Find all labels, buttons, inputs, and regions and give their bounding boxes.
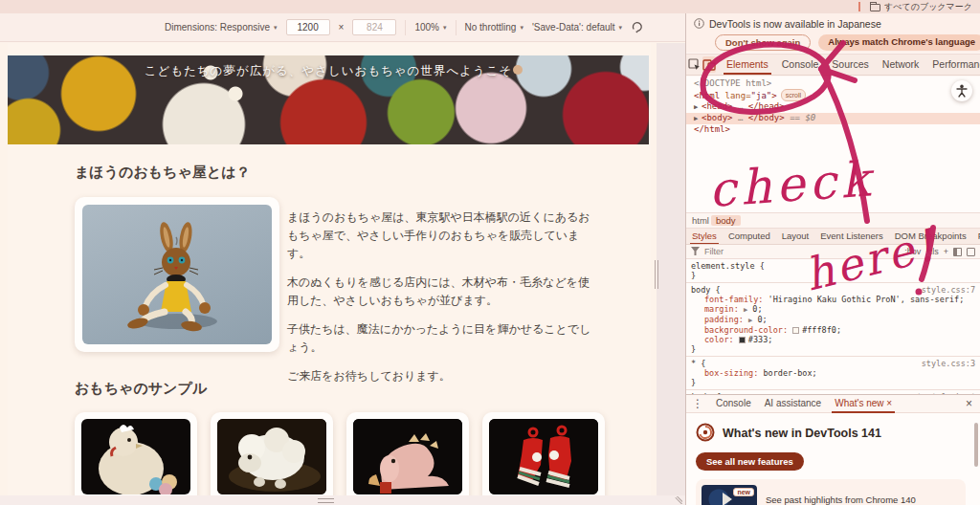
grid-editor-icon[interactable] (967, 248, 975, 256)
kebab-menu-icon[interactable]: ⋮ (686, 398, 709, 409)
dom-head-line[interactable]: ▶<head> … </head> (686, 101, 980, 113)
about-paragraph: まほうのおもちゃ屋は、東京駅や日本橋駅の近くにあるおもちゃ屋で、やさしい手作りの… (287, 209, 599, 263)
viewport-resize-handle-right[interactable] (653, 260, 659, 289)
scroll-badge[interactable]: scroll (781, 89, 806, 101)
tab-properties[interactable]: Properties (972, 229, 980, 244)
new-badge: new (733, 488, 754, 496)
all-bookmarks-label: すべてのブックマーク (884, 1, 972, 13)
toy-card-chicken (75, 412, 197, 495)
chevron-down-icon: ▾ (274, 24, 278, 32)
breadcrumb-html[interactable]: html (692, 215, 709, 226)
tab-styles[interactable]: Styles (686, 229, 723, 244)
style-rule-body[interactable]: style.css:7 body { font-family: 'Hiragin… (686, 283, 980, 357)
close-tab-icon[interactable]: × (886, 398, 892, 408)
viewport-outside-area (657, 43, 685, 495)
about-paragraph: 子供たちは、魔法にかかったように目を輝かせることでしょう。 (287, 320, 599, 357)
chevron-down-icon: ▾ (520, 24, 523, 32)
tab-sources[interactable]: Sources (825, 55, 876, 74)
chevron-down-icon: ▾ (443, 24, 447, 32)
devtools-drawer: ⋮ Console AI assistance What's new × × W… (686, 394, 980, 505)
about-paragraph: ご来店をお待ちしております。 (287, 367, 599, 385)
drawer-scrollbar[interactable] (974, 423, 978, 467)
drawer-tab-ai-assistance[interactable]: AI assistance (758, 395, 828, 412)
toggle-hover-state-button[interactable]: :hov (904, 247, 921, 256)
style-source-link[interactable]: style.css:7 (922, 285, 975, 295)
tab-event-listeners[interactable]: Event Listeners (814, 229, 888, 244)
expand-icon: ▶ (744, 306, 747, 314)
dom-html-close-line[interactable]: </html> (686, 124, 980, 135)
dom-html-open-line[interactable]: <html lang="ja">scroll (686, 89, 980, 101)
samples-heading: おもちゃのサンプル (75, 380, 207, 398)
toggle-class-button[interactable]: .cls (925, 247, 939, 256)
chevron-down-icon: ▾ (619, 24, 623, 32)
drawer-tab-whats-new[interactable]: What's new × (828, 395, 899, 412)
plush-dinosaur-photo (353, 419, 462, 494)
play-icon (723, 493, 732, 505)
filter-input[interactable]: Filter (704, 247, 724, 256)
toggle-device-toolbar-icon[interactable] (702, 56, 716, 73)
color-swatch[interactable] (792, 327, 799, 334)
plush-chicken-photo (81, 419, 190, 494)
save-data-dropdown[interactable]: 'Save-Data': default ▾ (532, 22, 622, 33)
dimensions-label: Dimensions: Responsive (165, 22, 270, 33)
bookmarks-bar: すべてのブックマーク (0, 0, 980, 13)
dom-body-line-selected[interactable]: ▶<body> … </body> == $0 (686, 113, 980, 124)
match-chrome-language-button[interactable]: Always match Chrome's language (818, 34, 980, 51)
device-toolbar: Dimensions: Responsive ▾ × 100% ▾ No thr… (0, 13, 685, 42)
zoom-value: 100% (414, 22, 439, 33)
about-image-card (75, 197, 279, 352)
viewport-resize-handle-corner[interactable] (674, 496, 682, 504)
dom-breadcrumb: html body (686, 212, 980, 228)
tab-layout[interactable]: Layout (776, 229, 815, 244)
about-paragraphs: まほうのおもちゃ屋は、東京駅や日本橋駅の近くにあるおもちゃ屋で、やさしい手作りの… (287, 209, 599, 396)
devtools-logo-icon (696, 423, 715, 444)
styles-filter-row: Filter :hov .cls + (686, 245, 980, 259)
toolbar-divider (456, 20, 457, 35)
viewport-height-input[interactable] (352, 19, 396, 35)
styles-pane: element.style { } style.css:7 body { fon… (686, 259, 980, 394)
viewport-resize-handle-bottom[interactable] (318, 498, 334, 503)
plush-sheep-photo (217, 419, 326, 494)
close-drawer-icon[interactable]: × (966, 398, 980, 409)
accessibility-person-icon[interactable] (951, 80, 972, 101)
filter-funnel-icon (691, 247, 700, 257)
breadcrumb-body[interactable]: body (711, 215, 741, 226)
throttling-dropdown[interactable]: No throttling ▾ (465, 22, 523, 33)
highlights-card-text: See past highlights from Chrome 140 (766, 494, 916, 505)
inspect-element-icon[interactable] (688, 56, 701, 73)
see-all-new-features-button[interactable]: See all new features (696, 452, 804, 471)
viewport-width-input[interactable] (286, 19, 330, 35)
dom-doctype-line[interactable]: <!DOCTYPE html> (686, 78, 980, 89)
toolbar-divider (405, 20, 406, 35)
dimensions-dropdown[interactable]: Dimensions: Responsive ▾ (165, 22, 278, 33)
tab-computed[interactable]: Computed (723, 229, 776, 244)
tab-console[interactable]: Console (775, 55, 826, 74)
dont-show-again-button[interactable]: Don't show again (715, 34, 811, 51)
past-highlights-card[interactable]: new See past highlights from Chrome 140 (696, 479, 966, 505)
style-rule-universal[interactable]: style.css:3 * { box-sizing: border-box; … (686, 357, 980, 390)
folder-icon (870, 4, 880, 11)
infobar-message: DevTools is now available in Japanese (709, 18, 881, 30)
toy-card-dinosaur (346, 412, 469, 495)
viewport-bottom-strip (0, 495, 685, 505)
about-paragraph: 木のぬくもりを感じる店内には、木材や布・毛糸などを使用した、やさしいおもちゃが並… (287, 274, 599, 310)
tab-network[interactable]: Network (876, 55, 926, 74)
hero-title: こどもたちの夢が広がる、やさしいおもちゃの世界へようこそ (8, 63, 649, 79)
new-style-rule-button[interactable]: + (944, 247, 948, 256)
style-rule-element[interactable]: element.style { } (686, 259, 980, 283)
computed-sidebar-icon[interactable] (953, 248, 962, 256)
tab-dom-breakpoints[interactable]: DOM Breakpoints (889, 229, 972, 244)
rotate-viewport-icon[interactable] (631, 20, 644, 35)
style-source-link[interactable]: style.css:3 (922, 359, 975, 368)
styles-sidebar-tabs: Styles Computed Layout Event Listeners D… (686, 228, 980, 245)
zoom-dropdown[interactable]: 100% ▾ (414, 22, 446, 33)
color-swatch[interactable] (739, 337, 746, 343)
hero-image: こどもたちの夢が広がる、やさしいおもちゃの世界へようこそ (8, 55, 649, 144)
sample-cards (75, 412, 605, 495)
drawer-tab-console[interactable]: Console (709, 395, 758, 412)
expand-icon: ▶ (694, 114, 702, 124)
all-bookmarks-button[interactable]: すべてのブックマーク (870, 1, 972, 13)
drawer-tabbar: ⋮ Console AI assistance What's new × × (686, 395, 980, 413)
tab-performance[interactable]: Performance (925, 55, 980, 74)
tab-elements[interactable]: Elements (720, 55, 775, 74)
